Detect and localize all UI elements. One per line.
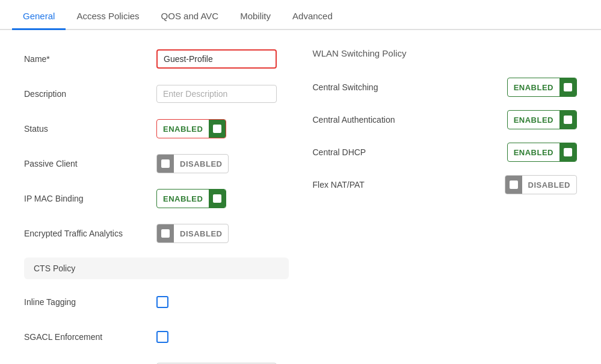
passive-client-toggle[interactable]: DISABLED xyxy=(156,154,229,173)
status-label: Status xyxy=(24,124,156,134)
central-switching-label: Central Switching xyxy=(313,82,378,92)
eta-toggle[interactable]: DISABLED xyxy=(156,224,229,243)
passive-client-toggle-label: DISABLED xyxy=(174,159,228,168)
description-input[interactable] xyxy=(156,85,277,103)
central-switching-row: Central Switching ENABLED xyxy=(313,78,578,97)
name-label: Name* xyxy=(24,54,156,64)
eta-row: Encrypted Traffic Analytics DISABLED xyxy=(24,223,289,244)
sgacl-checkbox[interactable] xyxy=(156,331,168,343)
central-auth-toggle[interactable]: ENABLED xyxy=(507,110,577,129)
central-switching-toggle[interactable]: ENABLED xyxy=(507,78,577,97)
tab-mobility[interactable]: Mobility xyxy=(229,4,282,30)
tab-advanced[interactable]: Advanced xyxy=(282,4,344,30)
wlan-policy-label: WLAN Switching Policy xyxy=(313,48,578,63)
central-auth-indicator xyxy=(559,111,576,129)
name-control xyxy=(156,49,277,69)
ip-mac-dot xyxy=(213,194,221,203)
flex-nat-dot xyxy=(510,180,518,189)
tab-access-policies[interactable]: Access Policies xyxy=(66,4,150,30)
ip-mac-toggle-label: ENABLED xyxy=(157,194,209,203)
description-label: Description xyxy=(24,89,156,99)
central-dhcp-dot xyxy=(564,148,572,156)
inline-tagging-row: Inline Tagging xyxy=(24,291,289,313)
sgacl-control xyxy=(156,331,168,343)
central-switching-toggle-label: ENABLED xyxy=(508,83,559,92)
ip-mac-row: IP MAC Binding ENABLED xyxy=(24,188,289,209)
central-auth-toggle-label: ENABLED xyxy=(508,116,559,125)
passive-client-row: Passive Client DISABLED xyxy=(24,153,289,174)
ip-mac-label: IP MAC Binding xyxy=(24,194,156,203)
passive-client-indicator xyxy=(157,155,174,173)
inline-tagging-control xyxy=(156,296,168,308)
flex-nat-toggle-label: DISABLED xyxy=(522,180,576,190)
ip-mac-toggle[interactable]: ENABLED xyxy=(156,189,226,208)
description-control xyxy=(156,85,277,103)
inline-tagging-label: Inline Tagging xyxy=(24,297,156,307)
main-content: Name* Description Status ENABLED xyxy=(0,30,601,364)
eta-label: Encrypted Traffic Analytics xyxy=(24,229,156,238)
status-row: Status ENABLED xyxy=(24,118,289,140)
flex-nat-label: Flex NAT/PAT xyxy=(313,180,365,190)
passive-client-label: Passive Client xyxy=(24,159,156,168)
status-toggle[interactable]: ENABLED xyxy=(156,119,226,138)
ip-mac-indicator xyxy=(209,190,226,208)
left-column: Name* Description Status ENABLED xyxy=(24,48,289,364)
central-auth-dot xyxy=(564,116,572,124)
central-dhcp-label: Central DHCP xyxy=(313,147,366,157)
status-toggle-label: ENABLED xyxy=(157,125,209,134)
name-row: Name* xyxy=(24,48,289,70)
name-input[interactable] xyxy=(156,49,277,69)
eta-indicator xyxy=(157,224,174,242)
tab-bar: General Access Policies QOS and AVC Mobi… xyxy=(0,0,601,30)
flex-nat-indicator xyxy=(505,176,522,194)
central-dhcp-indicator xyxy=(559,143,576,161)
central-auth-label: Central Authentication xyxy=(313,115,395,125)
eta-toggle-label: DISABLED xyxy=(174,229,228,238)
central-dhcp-toggle-label: ENABLED xyxy=(508,148,559,157)
right-column: WLAN Switching Policy Central Switching … xyxy=(313,48,578,364)
sgacl-label: SGACL Enforcement xyxy=(24,332,156,342)
eta-dot xyxy=(161,229,170,238)
status-toggle-dot xyxy=(213,125,221,133)
flex-nat-row: Flex NAT/PAT DISABLED xyxy=(313,175,578,194)
sgacl-row: SGACL Enforcement xyxy=(24,326,289,348)
eta-control: DISABLED xyxy=(156,224,229,243)
flex-nat-toggle[interactable]: DISABLED xyxy=(505,175,577,194)
cts-section-header: CTS Policy xyxy=(24,258,289,279)
tab-general[interactable]: General xyxy=(12,4,66,30)
default-sgt-row: Default SGT xyxy=(24,361,289,364)
inline-tagging-checkbox[interactable] xyxy=(156,296,168,308)
central-dhcp-row: Central DHCP ENABLED xyxy=(313,143,578,162)
central-switching-dot xyxy=(564,83,572,91)
central-dhcp-toggle[interactable]: ENABLED xyxy=(507,143,577,162)
ip-mac-control: ENABLED xyxy=(156,189,226,208)
status-toggle-indicator xyxy=(209,120,226,138)
passive-client-control: DISABLED xyxy=(156,154,229,173)
description-row: Description xyxy=(24,83,289,105)
tab-qos-avc[interactable]: QOS and AVC xyxy=(150,4,230,30)
central-auth-row: Central Authentication ENABLED xyxy=(313,110,578,129)
central-switching-indicator xyxy=(559,78,576,96)
passive-client-dot xyxy=(161,159,170,168)
status-control: ENABLED xyxy=(156,119,226,138)
